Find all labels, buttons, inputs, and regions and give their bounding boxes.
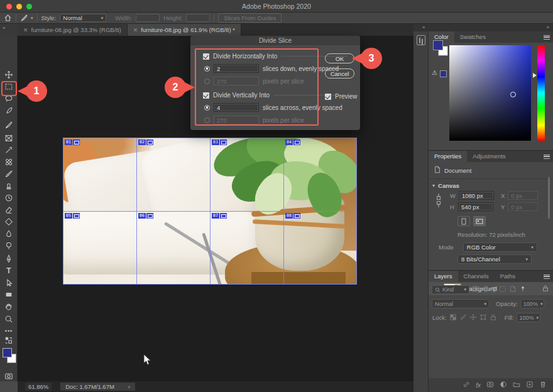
lock-pixels-icon[interactable] bbox=[459, 313, 467, 322]
hue-slider-pointer[interactable] bbox=[533, 73, 537, 78]
brush-tool[interactable] bbox=[4, 169, 14, 179]
type-tool[interactable]: T bbox=[4, 266, 14, 276]
divider bbox=[429, 178, 553, 179]
toolbar-collapse-icon[interactable]: » bbox=[0, 24, 18, 36]
gamut-warning-icon[interactable]: ⚠ bbox=[432, 69, 437, 76]
close-tab-icon[interactable]: ✕ bbox=[133, 27, 138, 33]
panel-scrollbar[interactable] bbox=[548, 177, 550, 219]
quick-selection-tool[interactable] bbox=[4, 106, 14, 116]
filter-toggle-icon[interactable] bbox=[519, 285, 527, 294]
width-label: Width: bbox=[115, 14, 132, 21]
collapsed-panel-icon[interactable] bbox=[417, 35, 425, 45]
tab-adjustments[interactable]: Adjustments bbox=[467, 151, 511, 162]
hand-tool[interactable] bbox=[4, 302, 14, 312]
healing-brush-tool[interactable] bbox=[4, 157, 14, 167]
panel-menu-icon[interactable] bbox=[544, 35, 550, 40]
bit-depth-dropdown[interactable]: 8 Bits/Channel▾ bbox=[457, 254, 532, 264]
canvas-y-input[interactable]: 0 px bbox=[508, 202, 538, 211]
swap-colors-icon[interactable] bbox=[4, 335, 14, 346]
shape-tool[interactable] bbox=[4, 290, 14, 300]
status-chevron-icon[interactable]: › bbox=[128, 383, 130, 390]
height-input[interactable] bbox=[186, 14, 210, 22]
blend-mode-dropdown[interactable]: Normal▾ bbox=[432, 299, 490, 308]
statusbar-corner bbox=[0, 381, 18, 392]
canvas-height-input[interactable]: 540 px bbox=[458, 202, 493, 211]
panel-menu-icon[interactable] bbox=[544, 155, 550, 159]
width-input[interactable] bbox=[136, 14, 160, 22]
slice-tool-preset-icon[interactable]: ▾ bbox=[20, 14, 33, 22]
document-tab-1[interactable]: ✕ furniture-08.jpg @ 33.3% (RGB/8) bbox=[18, 24, 128, 36]
history-brush-tool[interactable] bbox=[4, 193, 14, 203]
hue-slider[interactable] bbox=[537, 45, 545, 141]
new-group-icon[interactable] bbox=[513, 381, 520, 389]
slices-from-guides-button[interactable]: Slices From Guides bbox=[218, 13, 282, 23]
tab-channels[interactable]: Channels bbox=[458, 271, 495, 282]
style-dropdown[interactable]: Normal▾ bbox=[60, 14, 106, 22]
tab-layers[interactable]: Layers bbox=[429, 271, 458, 282]
document-tab-2-active[interactable]: ✕ furniture-08.jpg @ 61.9% (RGB/8) * bbox=[128, 24, 241, 36]
gradient-tool[interactable] bbox=[4, 217, 14, 227]
chevron-down-icon[interactable]: ▾ bbox=[432, 183, 435, 188]
gamut-color-swatch[interactable] bbox=[440, 70, 447, 77]
edit-toolbar-icon[interactable]: ••• bbox=[4, 326, 14, 336]
foreground-color-swatch[interactable] bbox=[433, 40, 443, 50]
foreground-color-swatch[interactable] bbox=[3, 348, 12, 357]
tab-swatches[interactable]: Swatches bbox=[454, 31, 491, 43]
lock-artboard-icon[interactable] bbox=[479, 313, 487, 322]
clone-stamp-tool[interactable] bbox=[4, 181, 14, 191]
color-mode-dropdown[interactable]: RGB Color▾ bbox=[463, 242, 537, 252]
home-icon[interactable] bbox=[4, 14, 12, 22]
canvas-width-input[interactable]: 1080 px bbox=[459, 191, 494, 200]
layer-effects-icon[interactable]: fx bbox=[476, 382, 481, 389]
cancel-button[interactable]: Cancel bbox=[325, 68, 354, 79]
filter-smart-objects-icon[interactable] bbox=[509, 285, 517, 294]
portrait-orientation-button[interactable] bbox=[457, 216, 470, 226]
eraser-tool[interactable] bbox=[4, 205, 14, 215]
delete-layer-icon[interactable] bbox=[539, 381, 547, 389]
opacity-dropdown[interactable]: 100%▾ bbox=[520, 299, 544, 308]
preview-checkbox[interactable] bbox=[325, 94, 331, 100]
filter-adjustment-layers-icon[interactable] bbox=[482, 285, 490, 294]
adjustment-layer-icon[interactable] bbox=[500, 381, 507, 389]
slice-image-icon bbox=[220, 139, 227, 145]
frame-tool[interactable] bbox=[4, 133, 14, 143]
canvas-x-input[interactable]: 0 px bbox=[508, 191, 538, 200]
eyedropper-tool[interactable] bbox=[4, 145, 14, 155]
filter-pixel-layers-icon[interactable] bbox=[472, 285, 479, 294]
landscape-orientation-button[interactable] bbox=[473, 216, 486, 226]
collapse-panels-icon[interactable]: « bbox=[422, 24, 425, 30]
move-tool[interactable] bbox=[4, 70, 14, 80]
filter-kind-dropdown[interactable]: Kind▾ bbox=[432, 285, 469, 294]
expand-panels-icon[interactable]: » bbox=[547, 24, 549, 30]
layer-mask-icon[interactable] bbox=[486, 381, 494, 389]
pen-tool[interactable] bbox=[4, 254, 14, 264]
document-size-info[interactable]: Doc: 1.67M/1.67M› bbox=[60, 383, 135, 391]
ok-button[interactable]: OK bbox=[325, 53, 354, 63]
path-selection-tool[interactable] bbox=[4, 278, 14, 288]
link-layers-icon[interactable] bbox=[463, 381, 470, 389]
slice-tool-selected[interactable] bbox=[4, 120, 14, 130]
dodge-tool[interactable] bbox=[4, 241, 14, 251]
lock-position-icon[interactable] bbox=[469, 313, 477, 322]
saturation-brightness-field[interactable] bbox=[449, 45, 531, 141]
properties-panel-tabs: Properties Adjustments bbox=[429, 151, 553, 162]
lock-transparency-icon[interactable] bbox=[449, 313, 457, 322]
new-layer-icon[interactable] bbox=[526, 381, 534, 389]
close-tab-icon[interactable]: ✕ bbox=[23, 27, 28, 33]
slice-image-icon bbox=[73, 139, 80, 145]
blur-tool[interactable] bbox=[4, 229, 14, 239]
tab-paths[interactable]: Paths bbox=[495, 271, 521, 282]
filter-shape-layers-icon[interactable] bbox=[499, 285, 506, 294]
zoom-level-field[interactable]: 61.86% bbox=[25, 383, 52, 391]
link-dimensions-icon[interactable] bbox=[435, 192, 442, 210]
color-selector-ring[interactable] bbox=[510, 92, 516, 97]
tab-properties[interactable]: Properties bbox=[429, 151, 467, 162]
panel-menu-icon[interactable] bbox=[544, 275, 550, 279]
properties-panel: Properties Adjustments Document ▾ Canvas… bbox=[429, 151, 553, 271]
zoom-tool[interactable] bbox=[4, 314, 14, 324]
divider bbox=[214, 14, 214, 22]
quick-mask-icon[interactable] bbox=[4, 371, 14, 381]
fill-dropdown[interactable]: 100%▾ bbox=[517, 313, 540, 322]
filter-type-layers-icon[interactable]: T bbox=[492, 286, 496, 293]
lock-all-icon[interactable] bbox=[490, 313, 497, 322]
